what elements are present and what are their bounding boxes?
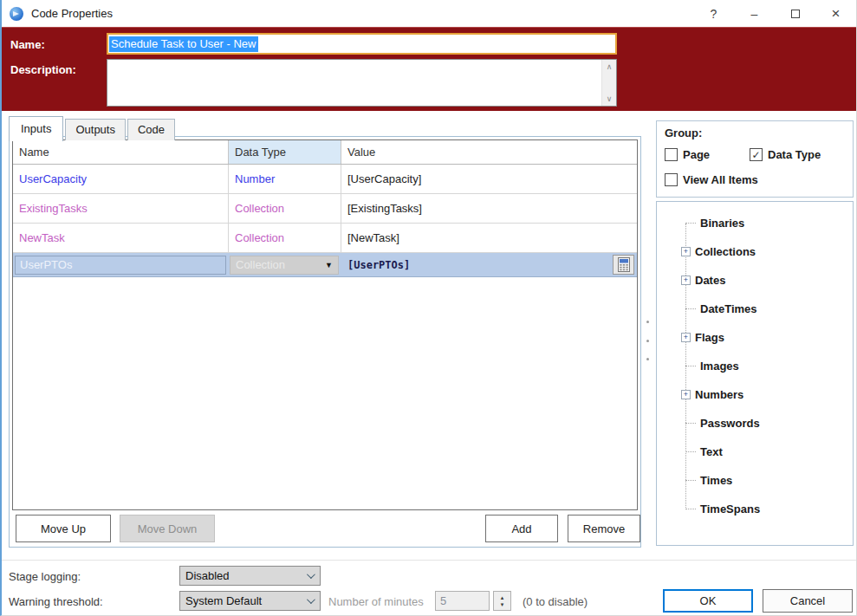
minutes-value[interactable]: 5 — [435, 591, 490, 611]
tab-inputs[interactable]: Inputs — [9, 116, 63, 141]
tree-item-times[interactable]: Times — [669, 466, 849, 495]
help-button[interactable]: ? — [693, 0, 734, 27]
minimize-button[interactable]: – — [734, 0, 775, 27]
row-value-expression[interactable]: [UserPTOs] — [341, 253, 637, 276]
tree-item-label: Times — [700, 474, 732, 487]
spin-down-icon[interactable]: ▾ — [501, 601, 504, 608]
checkbox-view-all-items[interactable]: View All Items — [665, 173, 758, 186]
grid-body: UserCapacityNumber[UserCapacity]Existing… — [13, 165, 637, 277]
row-data-type[interactable]: Number — [229, 165, 341, 193]
tree-item-text[interactable]: Text — [669, 438, 849, 466]
stage-logging-value: Disabled — [185, 569, 230, 582]
tree-branch-line — [685, 308, 696, 309]
checkbox-label: View All Items — [683, 173, 758, 186]
tree-item-flags[interactable]: +Flags — [669, 323, 849, 352]
expand-plus-icon[interactable]: + — [681, 333, 691, 342]
tree-branch-line — [685, 451, 696, 452]
checkbox-data-type[interactable]: ✓Data Type — [750, 148, 821, 161]
title-bar: Code Properties ? – × — [2, 0, 856, 27]
tree-item-passwords[interactable]: Passwords — [669, 409, 849, 438]
spin-up-icon[interactable]: ▴ — [501, 594, 504, 601]
row-data-type-dropdown[interactable]: Collection▼ — [230, 256, 339, 275]
tree-item-collections[interactable]: +Collections — [669, 237, 849, 266]
expand-plus-icon[interactable]: + — [681, 390, 691, 399]
row-value[interactable]: [UserCapacity] — [341, 165, 637, 193]
chevron-down-icon — [307, 595, 315, 604]
tree-item-datetimes[interactable]: DateTimes — [669, 295, 849, 323]
checkbox-icon[interactable] — [665, 173, 678, 186]
group-title: Group: — [665, 126, 702, 139]
stage-logging-dropdown[interactable]: Disabled — [179, 566, 321, 586]
scroll-down-icon[interactable]: ∨ — [607, 94, 613, 103]
name-input-selected-text: Schedule Task to User - New — [109, 36, 258, 52]
tree-item-label: Binaries — [700, 217, 744, 230]
scroll-up-icon[interactable]: ∧ — [607, 62, 613, 71]
row-name[interactable]: NewTask — [13, 224, 229, 252]
checkbox-page[interactable]: Page — [665, 148, 710, 161]
tree-item-numbers[interactable]: +Numbers — [669, 380, 849, 409]
window-controls: ? – × — [693, 0, 856, 27]
row-name[interactable]: ExistingTasks — [13, 194, 229, 223]
code-properties-dialog: Code Properties ? – × Name: Schedule Tas… — [0, 0, 857, 616]
expand-plus-icon[interactable]: + — [681, 276, 691, 285]
tree-item-label: Dates — [695, 274, 725, 287]
tree-item-label: TimeSpans — [700, 503, 760, 515]
tree-item-timespans[interactable]: TimeSpans — [669, 495, 849, 523]
table-row[interactable]: NewTaskCollection[NewTask] — [13, 224, 637, 253]
warning-threshold-label: Warning threshold: — [9, 595, 103, 608]
calculator-icon — [618, 257, 630, 272]
row-data-type[interactable]: Collection — [229, 224, 341, 252]
description-label: Description: — [10, 63, 76, 76]
row-name-input[interactable]: UserPTOs — [15, 256, 226, 275]
tree-branch-line — [685, 509, 696, 509]
checkbox-icon[interactable]: ✓ — [750, 148, 763, 161]
number-of-minutes-label: Number of minutes — [328, 595, 424, 608]
close-button[interactable]: × — [815, 0, 856, 27]
ok-button[interactable]: OK — [663, 589, 753, 613]
minutes-spinner: 5 ▴ ▾ — [435, 591, 511, 611]
description-scrollbar[interactable]: ∧ ∨ — [601, 60, 616, 106]
maximize-button[interactable] — [775, 0, 815, 27]
tree-item-label: Numbers — [695, 388, 743, 401]
parameters-grid: Name Data Type Value UserCapacityNumber[… — [12, 139, 638, 510]
grid-header-row: Name Data Type Value — [13, 140, 637, 165]
table-row[interactable]: UserCapacityNumber[UserCapacity] — [13, 165, 637, 194]
table-row[interactable]: UserPTOsCollection▼[UserPTOs] — [13, 253, 637, 277]
checkbox-label: Page — [683, 148, 710, 161]
column-header-datatype[interactable]: Data Type — [229, 140, 341, 164]
move-up-button[interactable]: Move Up — [16, 515, 111, 542]
tree-item-dates[interactable]: +Dates — [669, 266, 849, 295]
name-input[interactable]: Schedule Task to User - New — [107, 33, 617, 55]
remove-button[interactable]: Remove — [568, 515, 640, 542]
row-name[interactable]: UserCapacity — [13, 165, 229, 193]
tree-item-label: Images — [700, 360, 739, 373]
tree-branch-line — [685, 366, 696, 366]
table-row[interactable]: ExistingTasksCollection[ExistingTasks] — [13, 194, 637, 224]
add-button[interactable]: Add — [485, 515, 558, 542]
window-title: Code Properties — [31, 7, 113, 20]
spinner-arrows[interactable]: ▴ ▾ — [493, 591, 511, 611]
row-data-type[interactable]: Collection — [229, 194, 341, 223]
panel-splitter[interactable] — [644, 321, 651, 360]
column-header-value[interactable]: Value — [341, 140, 637, 164]
tab-code[interactable]: Code — [127, 119, 175, 140]
inputs-panel: Name Data Type Value UserCapacityNumber[… — [9, 136, 641, 548]
dropdown-arrow-icon: ▼ — [325, 261, 333, 269]
checkbox-icon[interactable] — [665, 148, 678, 161]
expand-plus-icon[interactable]: + — [681, 247, 691, 256]
row-value[interactable]: [NewTask] — [341, 224, 637, 252]
row-value[interactable]: [ExistingTasks] — [341, 194, 637, 223]
app-icon — [10, 7, 23, 21]
tab-outputs[interactable]: Outputs — [65, 119, 126, 140]
tree-item-binaries[interactable]: Binaries — [669, 209, 849, 237]
warning-threshold-dropdown[interactable]: System Default — [179, 591, 321, 611]
group-options-panel: Group: Page ✓Data Type View All Items — [656, 120, 854, 198]
column-header-name[interactable]: Name — [13, 140, 229, 164]
description-textarea[interactable]: ∧ ∨ — [107, 59, 617, 107]
tree-item-images[interactable]: Images — [669, 352, 849, 380]
cancel-button[interactable]: Cancel — [763, 589, 853, 613]
tree-item-label: Passwords — [700, 417, 760, 430]
maximize-icon — [791, 10, 800, 18]
checkbox-label: Data Type — [768, 148, 821, 161]
expression-builder-button[interactable] — [613, 255, 634, 275]
